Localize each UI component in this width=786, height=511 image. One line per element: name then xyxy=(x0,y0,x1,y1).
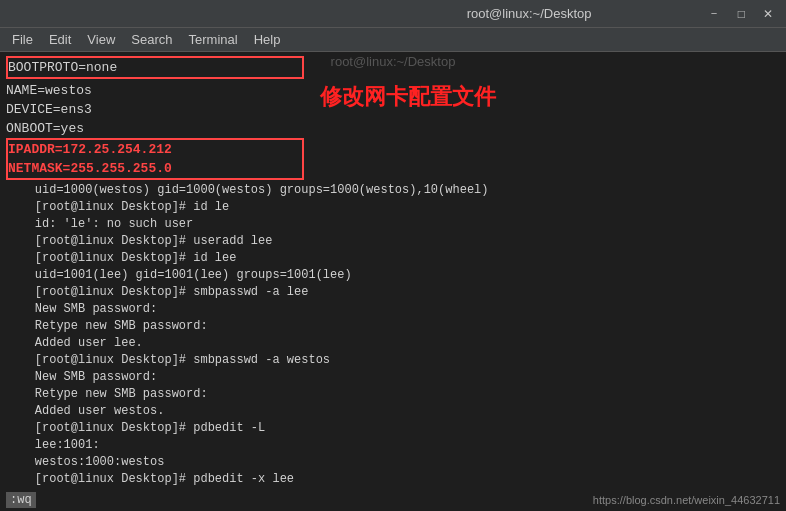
tline-5: uid=1001(lee) gid=1001(lee) groups=1001(… xyxy=(6,267,780,284)
config-device: DEVICE=ens3 xyxy=(6,102,92,117)
config-group-ip: IPADDR=172.25.254.212 NETMASK=255.255.25… xyxy=(6,138,304,180)
tline-9: Added user lee. xyxy=(6,335,780,352)
minimize-button[interactable]: － xyxy=(703,3,725,24)
config-ipaddr: IPADDR=172.25.254.212 xyxy=(8,142,172,157)
terminal-lines: uid=1000(westos) gid=1000(westos) groups… xyxy=(0,182,786,505)
tline-1: [root@linux Desktop]# id le xyxy=(6,199,780,216)
status-url: https://blog.csdn.net/weixin_44632711 xyxy=(593,494,780,506)
tline-15: lee:1001: xyxy=(6,437,780,454)
tline-12: Retype new SMB password: xyxy=(6,386,780,403)
titlebar: root@linux:~/Desktop － □ ✕ xyxy=(0,0,786,28)
titlebar-title: root@linux:~/Desktop xyxy=(355,6,702,21)
menu-search[interactable]: Search xyxy=(123,30,180,49)
terminal-bg-title: root@linux:~/Desktop xyxy=(331,52,456,69)
tline-0: uid=1000(westos) gid=1000(westos) groups… xyxy=(6,182,780,199)
menu-file[interactable]: File xyxy=(4,30,41,49)
tline-10: [root@linux Desktop]# smbpasswd -a westo… xyxy=(6,352,780,369)
tline-16: westos:1000:westos xyxy=(6,454,780,471)
tline-4: [root@linux Desktop]# id lee xyxy=(6,250,780,267)
tline-3: [root@linux Desktop]# useradd lee xyxy=(6,233,780,250)
config-group-bootproto: BOOTPROTO=none xyxy=(6,56,304,79)
statusbar: :wq https://blog.csdn.net/weixin_4463271… xyxy=(0,489,786,511)
tline-6: [root@linux Desktop]# smbpasswd -a lee xyxy=(6,284,780,301)
tline-11: New SMB password: xyxy=(6,369,780,386)
tline-8: Retype new SMB password: xyxy=(6,318,780,335)
config-onboot: ONBOOT=yes xyxy=(6,121,84,136)
close-button[interactable]: ✕ xyxy=(758,5,778,23)
tline-13: Added user westos. xyxy=(6,403,780,420)
menu-help[interactable]: Help xyxy=(246,30,289,49)
config-overlay: BOOTPROTO=none NAME=westos DEVICE=ens3 O… xyxy=(0,52,310,184)
annotation-text: 修改网卡配置文件 xyxy=(320,82,496,112)
tline-7: New SMB password: xyxy=(6,301,780,318)
maximize-button[interactable]: □ xyxy=(733,5,750,23)
menu-terminal[interactable]: Terminal xyxy=(181,30,246,49)
tline-2: id: 'le': no such user xyxy=(6,216,780,233)
config-netmask: NETMASK=255.255.255.0 xyxy=(8,161,172,176)
terminal[interactable]: BOOTPROTO=none NAME=westos DEVICE=ens3 O… xyxy=(0,52,786,511)
menu-view[interactable]: View xyxy=(79,30,123,49)
menu-edit[interactable]: Edit xyxy=(41,30,79,49)
titlebar-controls: － □ ✕ xyxy=(703,3,778,24)
config-name: NAME=westos xyxy=(6,83,92,98)
tline-17: [root@linux Desktop]# pdbedit -x lee xyxy=(6,471,780,488)
tline-14: [root@linux Desktop]# pdbedit -L xyxy=(6,420,780,437)
menubar: File Edit View Search Terminal Help xyxy=(0,28,786,52)
status-command: :wq xyxy=(6,492,36,508)
config-bootproto: BOOTPROTO=none xyxy=(8,60,117,75)
